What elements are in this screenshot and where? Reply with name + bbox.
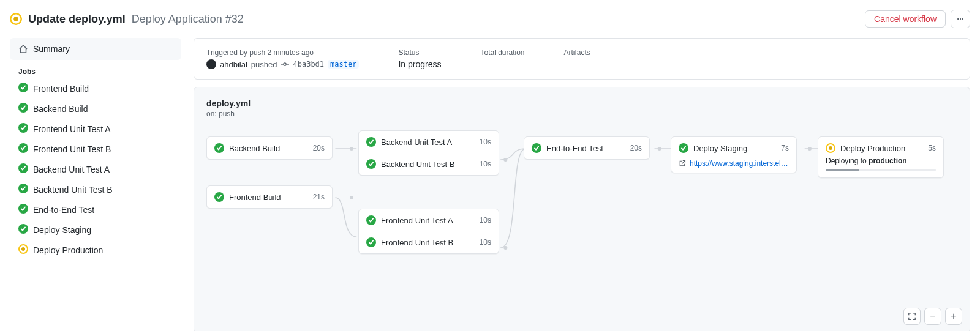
sidebar: Summary Jobs Frontend BuildBackend Build…	[10, 38, 181, 260]
job-item[interactable]: Backend Build	[10, 99, 181, 119]
job-item-label: Deploy Production	[33, 245, 103, 255]
success-icon	[18, 163, 28, 175]
page-header: Update deploy.yml Deploy Application #32…	[10, 10, 970, 28]
home-icon	[18, 44, 28, 54]
svg-point-12	[284, 63, 286, 65]
success-icon	[18, 184, 28, 195]
deploy-progress	[826, 169, 936, 171]
running-icon	[826, 143, 835, 153]
svg-point-17	[503, 158, 507, 162]
svg-point-1	[13, 17, 18, 21]
job-item[interactable]: Frontend Unit Test A	[10, 119, 181, 139]
staging-url-link[interactable]: https://www.staging.interstellar.dev	[679, 155, 789, 173]
job-item-label: Deploy Staging	[33, 225, 91, 235]
actor-name[interactable]: ahdbilal	[220, 60, 247, 69]
success-icon	[214, 192, 224, 202]
success-icon	[214, 143, 224, 153]
node-backend-tests[interactable]: Backend Unit Test A 10s Backtend Unit Te…	[358, 130, 499, 176]
run-number: #32	[225, 13, 244, 25]
success-icon	[18, 224, 28, 236]
running-icon	[18, 244, 28, 256]
run-summary-card: Triggered by push 2 minutes ago ahdbilal…	[194, 38, 970, 80]
page-title: Update deploy.yml	[28, 13, 126, 26]
job-item[interactable]: Deploy Production	[10, 240, 181, 260]
commit-sha[interactable]: 4ba3bd1	[293, 60, 324, 69]
artifacts-label: Artifacts	[564, 48, 590, 57]
actor-action: pushed	[251, 60, 277, 69]
success-icon	[366, 215, 376, 225]
status-value: In progress	[398, 59, 441, 69]
node-backend-build[interactable]: Backend Build 20s	[206, 136, 333, 160]
zoom-out-button[interactable]: −	[924, 308, 941, 325]
job-item[interactable]: End-to-End Test	[10, 199, 181, 220]
success-icon	[18, 103, 28, 114]
success-icon	[366, 137, 376, 147]
branch-pill[interactable]: master	[328, 60, 359, 69]
node-staging[interactable]: Deploy Staging 7s https://www.staging.in…	[671, 136, 797, 173]
cancel-workflow-button[interactable]: Cancel workflow	[865, 10, 946, 28]
workflow-graph-card: deploy.yml on: push	[194, 87, 970, 331]
svg-point-20	[808, 147, 812, 151]
zoom-in-button[interactable]: +	[945, 308, 962, 325]
job-item[interactable]: Backend Unit Test A	[10, 159, 181, 179]
job-item-label: Frontend Build	[33, 84, 89, 94]
success-icon	[532, 143, 541, 153]
workflow-trigger: on: push	[206, 110, 957, 118]
jobs-section-label: Jobs	[10, 60, 181, 78]
svg-point-19	[658, 147, 662, 151]
node-production[interactable]: Deploy Production 5s Deploying to produc…	[818, 136, 944, 178]
success-icon	[18, 204, 28, 215]
svg-point-30	[829, 146, 832, 150]
duration-label: Total duration	[480, 48, 524, 57]
job-item-label: End-to-End Test	[33, 205, 94, 215]
artifacts-value: –	[564, 59, 590, 69]
node-frontend-build[interactable]: Frontend Build 21s	[206, 185, 333, 209]
workflow-file: deploy.yml	[206, 99, 957, 108]
job-item-label: Frontend Unit Test B	[33, 144, 111, 154]
success-icon	[366, 237, 376, 247]
status-label: Status	[398, 48, 441, 57]
success-icon	[679, 143, 688, 153]
deploy-status-text: Deploying to production	[826, 157, 936, 165]
duration-value: –	[480, 59, 524, 69]
job-item-label: Frontend Unit Test A	[33, 124, 111, 134]
success-icon	[18, 83, 28, 94]
trigger-label: Triggered by push 2 minutes ago	[206, 48, 359, 57]
external-link-icon	[679, 160, 686, 167]
svg-point-15	[350, 147, 353, 151]
success-icon	[366, 159, 376, 169]
workflow-name: Deploy Application	[132, 13, 222, 25]
job-item[interactable]: Frontend Unit Test B	[10, 139, 181, 159]
job-item-label: Backtend Unit Test B	[33, 185, 113, 195]
svg-point-16	[350, 196, 353, 199]
success-icon	[18, 123, 28, 135]
more-menu-button[interactable]: ···	[951, 10, 970, 28]
sidebar-summary[interactable]: Summary	[10, 38, 181, 60]
running-icon	[10, 13, 22, 25]
commit-icon	[281, 60, 289, 69]
success-icon	[18, 143, 28, 155]
sidebar-summary-label: Summary	[33, 44, 70, 54]
job-item-label: Backend Build	[33, 104, 88, 114]
node-e2e[interactable]: End-to-End Test 20s	[524, 136, 650, 160]
job-item[interactable]: Deploy Staging	[10, 220, 181, 240]
job-item[interactable]: Backtend Unit Test B	[10, 179, 181, 199]
node-frontend-tests[interactable]: Frontend Unit Test A 10s Frontend Unit T…	[358, 209, 499, 254]
job-item-label: Backend Unit Test A	[33, 165, 110, 174]
avatar	[206, 59, 216, 69]
job-item[interactable]: Frontend Build	[10, 78, 181, 99]
fullscreen-button[interactable]	[903, 308, 921, 325]
svg-point-18	[503, 246, 507, 250]
svg-point-11	[21, 247, 25, 251]
